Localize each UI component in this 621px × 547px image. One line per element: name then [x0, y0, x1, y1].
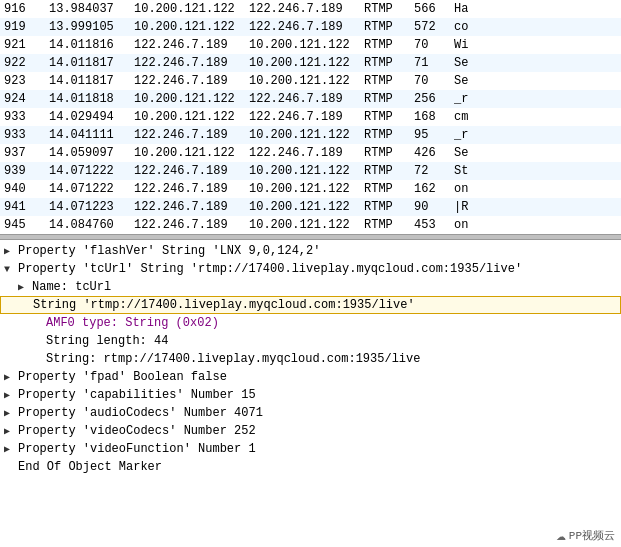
watermark-text: PP视频云 — [569, 528, 615, 543]
col-len: 426 — [414, 146, 454, 160]
bottom-watermark: ☁ PP视频云 — [550, 523, 621, 547]
col-time: 14.029494 — [49, 110, 134, 124]
table-row[interactable]: 945 14.084760 122.246.7.189 10.200.121.1… — [0, 216, 621, 234]
col-no: 921 — [4, 38, 49, 52]
list-item[interactable]: String length: 44 — [0, 332, 621, 350]
col-time: 14.071222 — [49, 182, 134, 196]
col-time: 13.999105 — [49, 20, 134, 34]
col-dst: 10.200.121.122 — [249, 164, 364, 178]
col-no: 941 — [4, 200, 49, 214]
col-time: 14.071223 — [49, 200, 134, 214]
col-dst: 10.200.121.122 — [249, 200, 364, 214]
col-time: 14.071222 — [49, 164, 134, 178]
col-info: Se — [454, 146, 468, 160]
col-dst: 10.200.121.122 — [249, 56, 364, 70]
col-no: 923 — [4, 74, 49, 88]
tree-node-text: Name: tcUrl — [32, 280, 111, 294]
col-info: on — [454, 218, 468, 232]
col-no: 933 — [4, 110, 49, 124]
col-dst: 10.200.121.122 — [249, 218, 364, 232]
col-no: 916 — [4, 2, 49, 16]
col-src: 10.200.121.122 — [134, 20, 249, 34]
col-time: 14.011816 — [49, 38, 134, 52]
col-src: 122.246.7.189 — [134, 74, 249, 88]
table-row[interactable]: 924 14.011818 10.200.121.122 122.246.7.1… — [0, 90, 621, 108]
expand-icon: ▶ — [4, 389, 18, 401]
tree-node-text: Property 'capabilities' Number 15 — [18, 388, 256, 402]
list-item[interactable]: ▶Property 'audioCodecs' Number 4071 — [0, 404, 621, 422]
col-info: Se — [454, 74, 468, 88]
col-no: 924 — [4, 92, 49, 106]
col-no: 922 — [4, 56, 49, 70]
table-row[interactable]: 940 14.071222 122.246.7.189 10.200.121.1… — [0, 180, 621, 198]
tree-node-text: Property 'videoCodecs' Number 252 — [18, 424, 256, 438]
table-row[interactable]: 937 14.059097 10.200.121.122 122.246.7.1… — [0, 144, 621, 162]
expand-icon: ▶ — [4, 443, 18, 455]
col-len: 566 — [414, 2, 454, 16]
list-item[interactable]: End Of Object Marker — [0, 458, 621, 476]
list-item[interactable]: ▼Property 'tcUrl' String 'rtmp://17400.l… — [0, 260, 621, 278]
col-len: 70 — [414, 74, 454, 88]
table-row[interactable]: 919 13.999105 10.200.121.122 122.246.7.1… — [0, 18, 621, 36]
col-len: 162 — [414, 182, 454, 196]
list-item[interactable]: ▶Name: tcUrl — [0, 278, 621, 296]
col-src: 10.200.121.122 — [134, 110, 249, 124]
col-len: 572 — [414, 20, 454, 34]
table-row[interactable]: 922 14.011817 122.246.7.189 10.200.121.1… — [0, 54, 621, 72]
list-item[interactable]: ▶Property 'capabilities' Number 15 — [0, 386, 621, 404]
list-item[interactable]: ▶Property 'fpad' Boolean false — [0, 368, 621, 386]
col-proto: RTMP — [364, 128, 414, 142]
tree-node-text: Property 'tcUrl' String 'rtmp://17400.li… — [18, 262, 522, 276]
list-item[interactable]: String: rtmp://17400.liveplay.myqcloud.c… — [0, 350, 621, 368]
list-item[interactable]: ▶Property 'videoFunction' Number 1 — [0, 440, 621, 458]
col-proto: RTMP — [364, 146, 414, 160]
col-proto: RTMP — [364, 164, 414, 178]
col-info: co — [454, 20, 468, 34]
tree-node-text: Property 'videoFunction' Number 1 — [18, 442, 256, 456]
expand-icon: ▶ — [4, 245, 18, 257]
detail-tree: ▶Property 'flashVer' String 'LNX 9,0,124… — [0, 242, 621, 476]
col-no: 939 — [4, 164, 49, 178]
col-dst: 122.246.7.189 — [249, 20, 364, 34]
table-row[interactable]: 941 14.071223 122.246.7.189 10.200.121.1… — [0, 198, 621, 216]
col-src: 122.246.7.189 — [134, 56, 249, 70]
col-no: 937 — [4, 146, 49, 160]
col-info: Wi — [454, 38, 468, 52]
list-item[interactable]: AMF0 type: String (0x02) — [0, 314, 621, 332]
table-row[interactable]: 923 14.011817 122.246.7.189 10.200.121.1… — [0, 72, 621, 90]
col-dst: 122.246.7.189 — [249, 92, 364, 106]
col-proto: RTMP — [364, 92, 414, 106]
tree-node-text: String length: 44 — [46, 334, 168, 348]
col-len: 70 — [414, 38, 454, 52]
col-no: 919 — [4, 20, 49, 34]
list-item[interactable]: String 'rtmp://17400.liveplay.myqcloud.c… — [0, 296, 621, 314]
table-row[interactable]: 916 13.984037 10.200.121.122 122.246.7.1… — [0, 0, 621, 18]
tree-node-text: Property 'audioCodecs' Number 4071 — [18, 406, 263, 420]
tree-node-text: String 'rtmp://17400.liveplay.myqcloud.c… — [33, 298, 415, 312]
expand-icon: ▶ — [4, 425, 18, 437]
packet-table: 916 13.984037 10.200.121.122 122.246.7.1… — [0, 0, 621, 234]
table-row[interactable]: 939 14.071222 122.246.7.189 10.200.121.1… — [0, 162, 621, 180]
table-row[interactable]: 933 14.041111 122.246.7.189 10.200.121.1… — [0, 126, 621, 144]
col-dst: 10.200.121.122 — [249, 38, 364, 52]
cloud-icon: ☁ — [556, 525, 566, 545]
col-time: 13.984037 — [49, 2, 134, 16]
tree-node-text: Property 'flashVer' String 'LNX 9,0,124,… — [18, 244, 320, 258]
col-len: 90 — [414, 200, 454, 214]
expand-icon: ▶ — [4, 371, 18, 383]
col-len: 256 — [414, 92, 454, 106]
col-proto: RTMP — [364, 182, 414, 196]
table-row[interactable]: 933 14.029494 10.200.121.122 122.246.7.1… — [0, 108, 621, 126]
list-item[interactable]: ▶Property 'videoCodecs' Number 252 — [0, 422, 621, 440]
col-len: 72 — [414, 164, 454, 178]
table-row[interactable]: 921 14.011816 122.246.7.189 10.200.121.1… — [0, 36, 621, 54]
expand-icon: ▶ — [18, 281, 32, 293]
col-dst: 10.200.121.122 — [249, 182, 364, 196]
col-proto: RTMP — [364, 200, 414, 214]
list-item[interactable]: ▶Property 'flashVer' String 'LNX 9,0,124… — [0, 242, 621, 260]
col-info: Ha — [454, 2, 468, 16]
col-time: 14.059097 — [49, 146, 134, 160]
col-len: 95 — [414, 128, 454, 142]
col-src: 122.246.7.189 — [134, 38, 249, 52]
col-src: 122.246.7.189 — [134, 128, 249, 142]
